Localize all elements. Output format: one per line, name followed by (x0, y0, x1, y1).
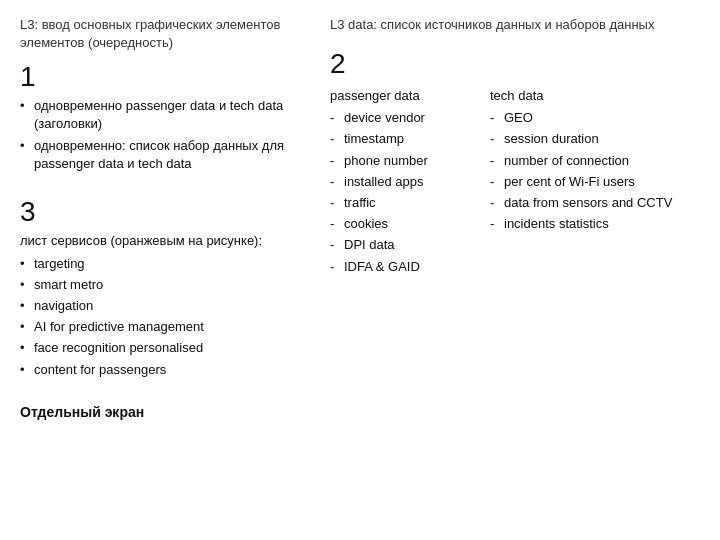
section-3-number: 3 (20, 197, 310, 228)
list-item: data from sensors and CCTV (490, 194, 672, 212)
list-item: installed apps (330, 173, 460, 191)
list-item: targeting (20, 255, 310, 273)
right-header: L3 data: список источников данных и набо… (330, 16, 700, 34)
list-item: timestamp (330, 130, 460, 148)
passenger-data-list: device vendortimestampphone numberinstal… (330, 109, 460, 276)
list-item: face recognition personalised (20, 339, 310, 357)
passenger-data-col: passenger data device vendortimestamppho… (330, 88, 460, 279)
list-item: AI for predictive management (20, 318, 310, 336)
list-item: cookies (330, 215, 460, 233)
page: L3: ввод основных графических элементов … (0, 0, 720, 540)
list-item: session duration (490, 130, 672, 148)
section-2-number: 2 (330, 48, 700, 80)
left-column: L3: ввод основных графических элементов … (20, 16, 320, 524)
list-item: DPI data (330, 236, 460, 254)
section-1-number: 1 (20, 62, 310, 93)
section-1-block: 1 одновременно passenger data и tech dat… (20, 62, 310, 173)
list-item: IDFA & GAID (330, 258, 460, 276)
list-item: per cent of Wi-Fi users (490, 173, 672, 191)
data-columns: passenger data device vendortimestamppho… (330, 88, 700, 279)
section-1-list: одновременно passenger data и tech data … (20, 97, 310, 173)
section-3-intro: лист сервисов (оранжевым на рисунке): (20, 232, 310, 251)
section-3-list: targetingsmart metronavigationAI for pre… (20, 255, 310, 379)
separate-screen-label: Отдельный экран (20, 403, 310, 423)
list-item: device vendor (330, 109, 460, 127)
list-item: traffic (330, 194, 460, 212)
tech-data-title: tech data (490, 88, 672, 103)
list-item: smart metro (20, 276, 310, 294)
list-item: GEO (490, 109, 672, 127)
list-item: phone number (330, 152, 460, 170)
list-item: number of connection (490, 152, 672, 170)
tech-data-col: tech data GEOsession durationnumber of c… (490, 88, 672, 279)
tech-data-list: GEOsession durationnumber of connectionp… (490, 109, 672, 233)
left-header: L3: ввод основных графических элементов … (20, 16, 310, 52)
passenger-data-title: passenger data (330, 88, 460, 103)
right-column: L3 data: список источников данных и набо… (320, 16, 700, 524)
list-item: navigation (20, 297, 310, 315)
list-item: одновременно passenger data и tech data … (20, 97, 310, 133)
list-item: content for passengers (20, 361, 310, 379)
list-item: одновременно: список набор данных для pa… (20, 137, 310, 173)
list-item: incidents statistics (490, 215, 672, 233)
section-3-block: 3 лист сервисов (оранжевым на рисунке): … (20, 197, 310, 379)
